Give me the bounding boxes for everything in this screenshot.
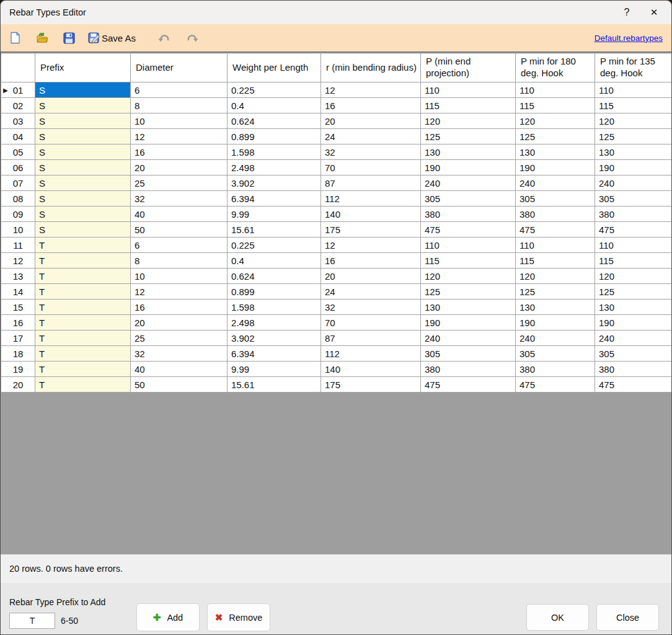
row-header[interactable]: 09 <box>1 206 35 222</box>
cell-p[interactable]: 120 <box>421 113 516 129</box>
cell-p[interactable]: 110 <box>421 238 516 253</box>
row-header[interactable]: 07 <box>1 175 35 191</box>
cell-weight[interactable]: 0.4 <box>228 253 321 269</box>
cell-r[interactable]: 70 <box>321 315 421 331</box>
row-header[interactable]: 14 <box>1 284 35 300</box>
cell-p[interactable]: 130 <box>421 144 516 160</box>
cell-r[interactable]: 20 <box>321 269 421 284</box>
cell-p135[interactable]: 130 <box>595 144 672 160</box>
open-file-button[interactable] <box>36 32 48 44</box>
cell-diameter[interactable]: 25 <box>131 175 228 191</box>
cell-r[interactable]: 140 <box>321 206 421 222</box>
cell-p135[interactable]: 115 <box>595 253 672 269</box>
cell-p135[interactable]: 305 <box>595 191 672 206</box>
row-header[interactable]: 12 <box>1 253 35 269</box>
cell-p[interactable]: 115 <box>421 98 516 113</box>
cell-r[interactable]: 16 <box>321 98 421 113</box>
cell-p135[interactable]: 125 <box>595 284 672 300</box>
cell-weight[interactable]: 3.902 <box>228 331 321 346</box>
cell-diameter[interactable]: 32 <box>131 191 228 206</box>
cell-p135[interactable]: 380 <box>595 206 672 222</box>
cell-diameter[interactable]: 10 <box>131 113 228 129</box>
cell-weight[interactable]: 0.225 <box>228 238 321 253</box>
cell-p[interactable]: 120 <box>421 269 516 284</box>
cell-r[interactable]: 12 <box>321 82 421 98</box>
cell-diameter[interactable]: 40 <box>131 362 228 377</box>
save-as-button[interactable]: Save As <box>88 32 136 44</box>
cell-prefix[interactable]: S <box>35 206 131 222</box>
cell-diameter[interactable]: 16 <box>131 144 228 160</box>
cell-diameter[interactable]: 12 <box>131 284 228 300</box>
row-header[interactable]: 03 <box>1 113 35 129</box>
cell-prefix[interactable]: S <box>35 175 131 191</box>
cell-p135[interactable]: 115 <box>595 98 672 113</box>
cell-r[interactable]: 24 <box>321 284 421 300</box>
row-header[interactable]: 15 <box>1 300 35 315</box>
cell-p[interactable]: 305 <box>421 346 516 362</box>
cell-p[interactable]: 115 <box>421 253 516 269</box>
cell-prefix[interactable]: S <box>35 129 131 144</box>
cell-r[interactable]: 87 <box>321 175 421 191</box>
cell-p[interactable]: 380 <box>421 362 516 377</box>
prefix-input[interactable] <box>9 613 55 629</box>
cell-r[interactable]: 12 <box>321 238 421 253</box>
cell-r[interactable]: 87 <box>321 331 421 346</box>
cell-diameter[interactable]: 25 <box>131 331 228 346</box>
cell-weight[interactable]: 6.394 <box>228 191 321 206</box>
cell-p180[interactable]: 125 <box>516 129 595 144</box>
cell-p135[interactable]: 380 <box>595 362 672 377</box>
new-file-button[interactable] <box>9 32 21 44</box>
cell-weight[interactable]: 1.598 <box>228 300 321 315</box>
cell-p135[interactable]: 240 <box>595 175 672 191</box>
cell-prefix[interactable]: S <box>35 191 131 206</box>
cell-p180[interactable]: 130 <box>516 300 595 315</box>
ok-button[interactable]: OK <box>526 604 589 631</box>
cell-prefix[interactable]: S <box>35 222 131 238</box>
cell-r[interactable]: 175 <box>321 222 421 238</box>
column-header[interactable] <box>1 53 35 82</box>
row-header[interactable]: 08 <box>1 191 35 206</box>
column-header[interactable]: r (min bending radius) <box>321 53 421 82</box>
row-header[interactable]: 10 <box>1 222 35 238</box>
cell-prefix[interactable]: T <box>35 346 131 362</box>
cell-weight[interactable]: 0.4 <box>228 98 321 113</box>
cell-weight[interactable]: 0.899 <box>228 284 321 300</box>
cell-r[interactable]: 32 <box>321 300 421 315</box>
cell-p[interactable]: 240 <box>421 175 516 191</box>
cell-r[interactable]: 70 <box>321 160 421 175</box>
cell-p180[interactable]: 305 <box>516 346 595 362</box>
cell-weight[interactable]: 9.99 <box>228 206 321 222</box>
cell-prefix[interactable]: T <box>35 315 131 331</box>
cell-p180[interactable]: 125 <box>516 284 595 300</box>
cell-p[interactable]: 125 <box>421 284 516 300</box>
row-header[interactable]: 17 <box>1 331 35 346</box>
cell-prefix[interactable]: S <box>35 82 131 98</box>
cell-prefix[interactable]: S <box>35 144 131 160</box>
row-header[interactable]: 11 <box>1 238 35 253</box>
cell-p135[interactable]: 120 <box>595 113 672 129</box>
cell-p180[interactable]: 130 <box>516 144 595 160</box>
column-header[interactable]: Prefix <box>35 53 131 82</box>
cell-p180[interactable]: 110 <box>516 82 595 98</box>
cell-r[interactable]: 24 <box>321 129 421 144</box>
column-header[interactable]: P min for 180 deg. Hook <box>516 53 595 82</box>
cell-weight[interactable]: 2.498 <box>228 315 321 331</box>
cell-p180[interactable]: 240 <box>516 331 595 346</box>
cell-prefix[interactable]: T <box>35 238 131 253</box>
cell-diameter[interactable]: 10 <box>131 269 228 284</box>
column-header[interactable]: P min for 135 deg. Hook <box>595 53 672 82</box>
row-header[interactable]: 04 <box>1 129 35 144</box>
cell-prefix[interactable]: T <box>35 377 131 393</box>
cell-p135[interactable]: 305 <box>595 346 672 362</box>
cell-prefix[interactable]: T <box>35 253 131 269</box>
cell-weight[interactable]: 0.225 <box>228 82 321 98</box>
cell-p[interactable]: 475 <box>421 377 516 393</box>
cell-prefix[interactable]: T <box>35 331 131 346</box>
row-header[interactable]: 18 <box>1 346 35 362</box>
column-header[interactable]: P (min end projection) <box>421 53 516 82</box>
row-header[interactable]: 16 <box>1 315 35 331</box>
add-button[interactable]: ✚ Add <box>136 603 200 631</box>
cell-diameter[interactable]: 8 <box>131 98 228 113</box>
cell-p135[interactable]: 130 <box>595 300 672 315</box>
cell-diameter[interactable]: 32 <box>131 346 228 362</box>
